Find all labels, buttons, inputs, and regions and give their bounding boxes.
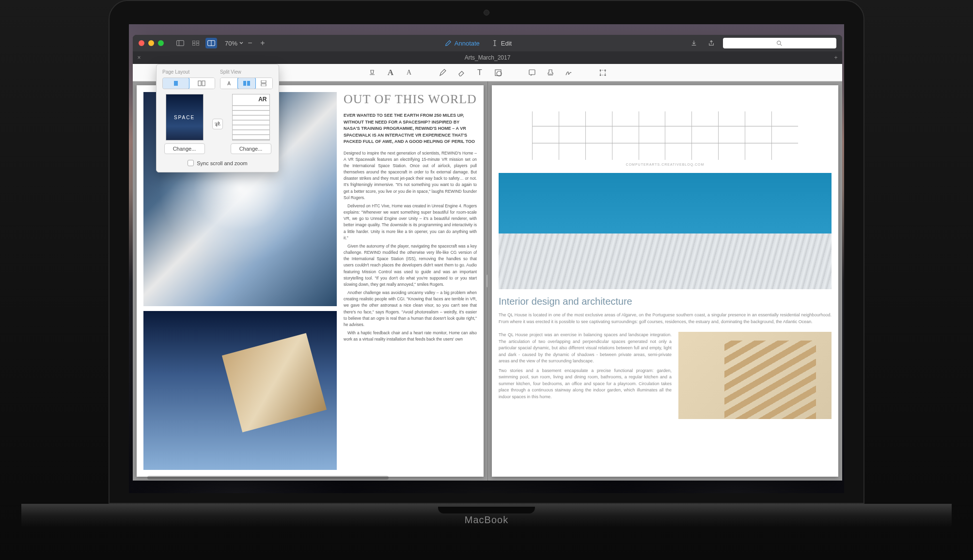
annotate-mode-button[interactable]: Annotate xyxy=(445,40,480,47)
text-tool-icon[interactable]: T xyxy=(475,68,485,78)
sidebar-toggle-button[interactable] xyxy=(174,38,186,48)
split-view-button[interactable] xyxy=(205,38,217,48)
right-document-thumbnail[interactable]: AR xyxy=(232,94,270,140)
architecture-hero-image xyxy=(499,173,832,289)
svg-rect-3 xyxy=(196,41,199,43)
svg-rect-10 xyxy=(495,70,501,76)
svg-rect-13 xyxy=(600,70,605,75)
svg-rect-21 xyxy=(243,81,246,86)
swap-documents-button[interactable] xyxy=(212,119,223,129)
svg-point-14 xyxy=(600,69,601,71)
single-page-option[interactable] xyxy=(162,78,189,89)
zoom-value: 70% xyxy=(225,40,237,47)
pen-tool-icon[interactable] xyxy=(438,68,448,78)
article-paragraph: With a haptic feedback chair and a heart… xyxy=(344,330,477,342)
selection-tool-icon[interactable] xyxy=(598,68,608,78)
view-options-popover: Page Layout Split View A xyxy=(156,64,279,172)
chevron-down-icon xyxy=(239,42,243,45)
split-view-segmented-control: A xyxy=(220,78,273,89)
article-paragraph: Delivered on HTC Vive, Home was created … xyxy=(344,203,477,241)
article-paragraph: Given the autonomy of the player, naviga… xyxy=(344,243,477,288)
window-traffic-lights xyxy=(139,40,164,46)
article-paragraph: Designed to inspire the next generation … xyxy=(344,150,477,201)
right-pane[interactable]: COMPUTERARTS.CREATIVEBLOQ.COM Interior d… xyxy=(487,81,842,481)
text-cursor-icon xyxy=(491,40,498,47)
svg-point-8 xyxy=(777,41,781,44)
svg-line-9 xyxy=(781,44,782,46)
shape-tool-icon[interactable] xyxy=(493,68,503,78)
search-icon xyxy=(776,40,783,47)
zoom-in-button[interactable]: + xyxy=(257,38,268,48)
text-highlight-tool-icon[interactable] xyxy=(367,68,377,78)
import-button[interactable] xyxy=(688,38,700,48)
tab-title[interactable]: Arts_March_2017 xyxy=(145,54,830,61)
right-article-intro: The QL House is located in one of the mo… xyxy=(499,312,832,325)
edit-mode-button[interactable]: Edit xyxy=(491,40,512,47)
horizontal-scrollbar[interactable] xyxy=(147,476,389,480)
svg-point-16 xyxy=(600,74,601,76)
svg-rect-5 xyxy=(196,44,199,46)
swap-icon xyxy=(214,121,221,127)
minimize-window-button[interactable] xyxy=(148,40,154,46)
article-body: Designed to inspire the next generation … xyxy=(344,150,477,343)
svg-rect-4 xyxy=(192,44,195,46)
svg-rect-0 xyxy=(177,41,184,46)
svg-rect-19 xyxy=(198,81,201,86)
svg-rect-18 xyxy=(174,81,178,86)
stamp-tool-icon[interactable] xyxy=(546,68,555,78)
tab-add-button[interactable]: + xyxy=(830,54,842,61)
edit-label: Edit xyxy=(501,40,512,47)
svg-rect-2 xyxy=(192,41,195,43)
svg-rect-22 xyxy=(247,81,250,86)
text-small-icon[interactable]: A xyxy=(404,68,414,78)
fullscreen-window-button[interactable] xyxy=(158,40,164,46)
change-right-document-button[interactable]: Change... xyxy=(231,143,271,154)
article-paragraph: Another challenge was avoiding uncanny v… xyxy=(344,290,477,328)
two-page-option[interactable] xyxy=(189,78,215,89)
thumb-badge: AR xyxy=(233,94,269,104)
tab-bar: × Arts_March_2017 + xyxy=(133,51,842,64)
article-title: OUT OF THIS WORLD xyxy=(344,92,477,107)
search-input[interactable] xyxy=(723,38,836,48)
left-document-thumbnail[interactable]: SPACE xyxy=(166,94,204,140)
staircase-interior-image xyxy=(678,332,832,419)
svg-point-17 xyxy=(605,74,606,76)
pdf-viewer-window: 70% − + Annotate Edit xyxy=(133,35,842,481)
page-grid-button[interactable] xyxy=(190,38,202,48)
sync-scroll-label: Sync scroll and zoom xyxy=(197,160,248,166)
laptop-hinge: MacBook xyxy=(21,504,952,528)
tab-close-button[interactable]: × xyxy=(133,54,145,61)
zoom-dropdown[interactable]: 70% xyxy=(225,40,243,47)
window-titlebar: 70% − + Annotate Edit xyxy=(133,35,842,51)
right-article-paragraph: Two stories and a basement encapsulate a… xyxy=(499,368,672,401)
right-article-title: Interior design and architecture xyxy=(499,296,832,307)
desktop-wallpaper: 70% − + Annotate Edit xyxy=(129,24,844,493)
laptop-camera xyxy=(484,10,489,16)
page-layout-segmented-control xyxy=(162,78,215,89)
page-layout-label: Page Layout xyxy=(162,69,215,75)
right-document-page: COMPUTERARTS.CREATIVEBLOQ.COM Interior d… xyxy=(492,85,838,477)
split-text-option[interactable]: A xyxy=(220,78,238,89)
pencil-icon xyxy=(445,40,452,47)
svg-point-15 xyxy=(605,69,606,71)
zoom-out-button[interactable]: − xyxy=(244,38,256,48)
signature-tool-icon[interactable] xyxy=(564,68,574,78)
device-brand-label: MacBook xyxy=(465,514,508,526)
page-footer-url: COMPUTERARTS.CREATIVEBLOQ.COM xyxy=(499,163,832,166)
close-window-button[interactable] xyxy=(139,40,144,46)
svg-rect-20 xyxy=(202,81,205,86)
svg-rect-23 xyxy=(261,80,266,83)
change-left-document-button[interactable]: Change... xyxy=(164,143,205,154)
svg-rect-24 xyxy=(261,84,266,86)
right-article-paragraph: The QL House project was an exercise in … xyxy=(499,332,672,365)
note-tool-icon[interactable] xyxy=(527,68,537,78)
eraser-tool-icon[interactable] xyxy=(456,68,466,78)
thumb-label: SPACE xyxy=(174,115,195,120)
split-horizontal-option[interactable] xyxy=(237,78,255,89)
sync-scroll-checkbox[interactable] xyxy=(188,160,194,166)
text-large-icon[interactable]: A xyxy=(386,68,395,78)
split-vertical-option[interactable] xyxy=(255,78,272,89)
iss-spacewalk-image xyxy=(143,311,337,470)
article-lead: EVER WANTED TO SEE THE EARTH FROM 250 MI… xyxy=(344,112,477,145)
share-button[interactable] xyxy=(706,38,717,48)
